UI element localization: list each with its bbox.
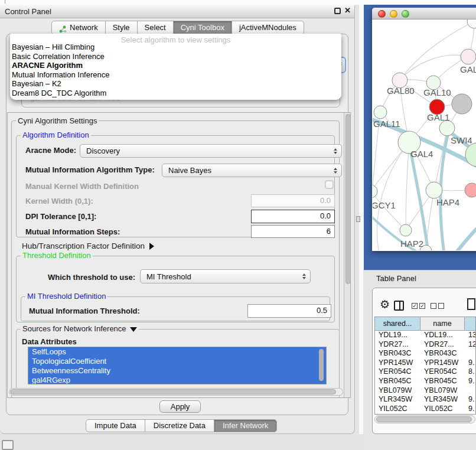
algorithm-placeholder: Select algorithm to view settings xyxy=(10,34,341,43)
network-canvas[interactable]: GALGAL80GAL10GAL1GAL11GAL4SWI4HAP4YGCY1H… xyxy=(373,19,476,250)
data-attributes-list[interactable]: SelfLoopsTopologicalCoefficientBetweenne… xyxy=(28,347,327,384)
table-row[interactable]: YIL052CYIL052C9. xyxy=(375,405,475,414)
table-horizontal-scrollbar[interactable] xyxy=(374,415,475,423)
tab-discretize-data[interactable]: Discretize Data xyxy=(145,419,214,432)
tab-network[interactable]: Network xyxy=(51,21,106,35)
network-node-gray-node[interactable] xyxy=(452,94,472,114)
table-row[interactable]: YDL19...YDL19...13 xyxy=(375,331,475,340)
mi-type-combobox[interactable]: Naive Bayes xyxy=(162,164,342,177)
table-cell: YPR145W xyxy=(420,358,465,368)
tab-cyni-toolbox[interactable]: Cyni Toolbox xyxy=(173,21,232,35)
network-node-salmon-node[interactable] xyxy=(465,183,476,197)
attribute-item[interactable]: BetweennessCentrality xyxy=(28,366,326,376)
node-table: shared...name YDL19...YDL19...13YDR27...… xyxy=(374,317,476,415)
minimized-panel-icon[interactable] xyxy=(2,440,14,450)
table-row[interactable]: YBL079WYBL079W xyxy=(375,386,475,396)
algorithm-option[interactable]: ARACNE Algorithm xyxy=(10,61,341,70)
node-label-gal11: GAL11 xyxy=(373,119,400,129)
table-row[interactable]: YLR345WYLR345W9. xyxy=(375,395,475,405)
splitter-grip[interactable] xyxy=(356,216,360,222)
settings-gear-icon[interactable]: ⚙ xyxy=(380,299,390,310)
hub-definition-toggle[interactable]: Hub/Transcription Factor Definition xyxy=(22,242,154,250)
algorithm-option[interactable]: Basic Correlation Inference xyxy=(10,52,341,61)
attribute-item[interactable]: gal4RGexp xyxy=(28,376,326,384)
minimize-window-icon[interactable] xyxy=(390,10,397,18)
column-header[interactable] xyxy=(465,317,476,330)
tab-infer-network[interactable]: Infer Network xyxy=(214,419,277,432)
list-scrollbar-thumb[interactable] xyxy=(319,349,324,381)
column-header[interactable]: name xyxy=(420,317,465,330)
network-graph-icon xyxy=(59,24,67,32)
network-node-hap4[interactable] xyxy=(426,182,442,198)
frame-tick xyxy=(5,0,5,4)
tab-style[interactable]: Style xyxy=(105,21,138,35)
close-icon[interactable]: ✕ xyxy=(344,6,351,15)
data-attributes-label: Data Attributes xyxy=(22,337,77,346)
vertical-scrollbar[interactable] xyxy=(344,113,351,398)
attribute-item[interactable]: TopologicalCoefficient xyxy=(28,357,326,366)
table-cell: YBR043C xyxy=(420,349,465,358)
table-row[interactable]: YDR27...YDR27...12 xyxy=(375,340,475,350)
algorithm-option[interactable]: Bayesian – K2 xyxy=(10,79,341,89)
select-all-checkboxes-icon[interactable]: ✓✓ xyxy=(412,303,425,309)
horizontal-scrollbar-thumb[interactable] xyxy=(10,389,336,394)
table-row[interactable]: YER054CYER054C8. xyxy=(375,367,475,377)
algorithm-option[interactable]: Dream8 DC_TDC Algorithm xyxy=(10,89,341,98)
node-label-gal4: GAL4 xyxy=(410,149,433,159)
mi-threshold-field[interactable]: 0.5 xyxy=(247,304,331,318)
column-view-icon[interactable] xyxy=(394,301,404,311)
combo-arrows-icon xyxy=(334,148,338,154)
algorithm-option[interactable]: Mutual Information Inference xyxy=(10,70,341,80)
table-row[interactable]: YBR045CYBR045C9. xyxy=(375,377,475,386)
node-label-gal10: GAL10 xyxy=(423,87,451,97)
tab-jactivemnodules[interactable]: jActiveMNodules xyxy=(232,21,304,35)
column-header[interactable]: shared... xyxy=(375,317,420,330)
expanded-arrow-icon xyxy=(130,327,137,332)
mi-steps-field[interactable]: 6 xyxy=(251,225,335,238)
network-node-gcy1[interactable] xyxy=(373,185,377,198)
network-edge[interactable] xyxy=(373,191,406,230)
table-cell: 9. xyxy=(465,405,476,414)
node-label-gcy1: GCY1 xyxy=(373,200,396,210)
network-node-node-partial-top[interactable] xyxy=(467,19,476,28)
aracne-mode-combobox[interactable]: Discovery xyxy=(80,144,342,158)
tab-label: Cyni Toolbox xyxy=(181,21,224,34)
mi-type-value: Naive Bayes xyxy=(168,166,211,175)
dpi-tolerance-field[interactable]: 0.0 xyxy=(251,210,335,223)
node-label-swi4: SWI4 xyxy=(451,135,472,145)
close-window-icon[interactable] xyxy=(378,10,386,18)
manual-kernel-checkbox[interactable] xyxy=(325,180,334,189)
vertical-scrollbar-thumb[interactable] xyxy=(345,114,351,284)
node-label-hap2: HAP2 xyxy=(400,239,423,249)
which-threshold-combobox[interactable]: MI Threshold xyxy=(140,269,311,283)
horizontal-scrollbar[interactable] xyxy=(9,388,343,396)
table-cell: YLR345W xyxy=(420,395,465,405)
kernel-width-field[interactable]: 0.0 xyxy=(251,194,335,207)
zoom-window-icon[interactable] xyxy=(402,10,409,18)
which-threshold-value: MI Threshold xyxy=(146,272,191,281)
tab-label: Style xyxy=(113,21,130,34)
network-window-titlebar[interactable] xyxy=(372,8,476,19)
network-node-gal-right[interactable] xyxy=(461,49,476,64)
network-node-swi4[interactable] xyxy=(439,120,455,136)
apply-button[interactable]: Apply xyxy=(159,400,201,413)
network-node-gal11[interactable] xyxy=(374,106,387,119)
table-cell: YER054C xyxy=(420,367,465,377)
table-cell: YBR045C xyxy=(375,377,420,386)
table-scrollbar-thumb[interactable] xyxy=(376,416,472,422)
float-window-icon[interactable] xyxy=(334,8,341,14)
table-cell xyxy=(465,386,476,396)
network-node-hap2[interactable] xyxy=(400,224,412,236)
table-cell: YDR27... xyxy=(420,340,465,350)
deselect-all-checkboxes-icon[interactable] xyxy=(431,303,444,309)
table-row[interactable]: YPR145WYPR145W9. xyxy=(375,358,475,368)
network-edge[interactable] xyxy=(406,142,409,230)
network-edge-strong[interactable] xyxy=(455,225,476,250)
document-icon[interactable] xyxy=(467,298,475,310)
table-row[interactable]: YBR043CYBR043C xyxy=(375,349,475,358)
tab-impute-data[interactable]: Impute Data xyxy=(86,419,145,432)
bottom-tab-bar: Impute DataDiscretize DataInfer Network xyxy=(86,419,277,432)
attribute-item[interactable]: SelfLoops xyxy=(28,347,326,357)
sources-toggle[interactable]: Sources for Network Inference xyxy=(21,324,139,333)
tab-select[interactable]: Select xyxy=(137,21,174,35)
